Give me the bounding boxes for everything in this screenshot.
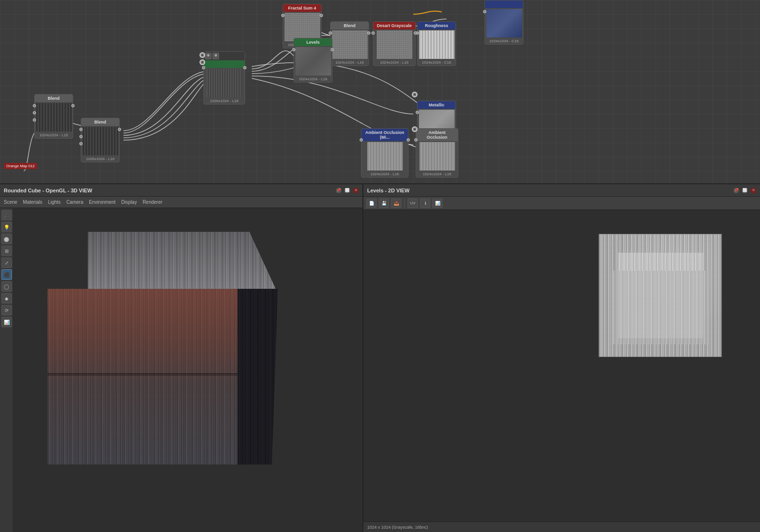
node-dot-out[interactable] <box>243 66 247 69</box>
menu-materials[interactable]: Materials <box>23 200 42 205</box>
toolbar-chart[interactable]: 📊 <box>432 199 443 208</box>
view2d-maximize-button[interactable]: ⬜ <box>742 188 748 193</box>
menu-environment[interactable]: Environment <box>89 200 115 205</box>
node-dot[interactable] <box>416 111 419 114</box>
node-dot[interactable] <box>79 128 83 131</box>
close-button[interactable]: ✕ <box>353 188 359 193</box>
toolbar-new[interactable]: 📄 <box>366 199 377 208</box>
menu-lights[interactable]: Lights <box>48 200 61 205</box>
bottom-panels: Rounded Cube - OpenGL - 3D VIEW 📌 ⬜ ✕ Sc… <box>0 184 760 532</box>
node-blend-left2-preview <box>83 127 118 155</box>
scale-tool[interactable]: ⤢ <box>1 257 12 268</box>
menu-camera[interactable]: Camera <box>66 200 84 205</box>
sphere2-tool[interactable]: ◯ <box>1 281 12 292</box>
node-dot3[interactable] <box>33 118 36 122</box>
node-ao-right-header: Ambient Occlusion <box>416 129 458 141</box>
view-3d-menu: Scene Materials Lights Camera Environmen… <box>0 197 362 208</box>
view-2d-toolbar: 📄 💾 📤 UV ℹ 📊 <box>363 197 760 210</box>
node-dot-out[interactable] <box>331 48 334 51</box>
node-blend-center-preview <box>207 69 242 97</box>
maximize-button[interactable]: ⬜ <box>344 188 350 193</box>
node-dot[interactable] <box>371 31 375 35</box>
view-2d-status: 1024 x 1024 (Grayscale, 16bnc) <box>363 522 760 532</box>
view-3d-header: Rounded Cube - OpenGL - 3D VIEW 📌 ⬜ ✕ <box>0 184 362 197</box>
node-blend-left2-header: Blend <box>81 118 119 126</box>
node-dot2[interactable] <box>79 135 83 138</box>
transform-tool[interactable]: ⟳ <box>1 305 12 315</box>
menu-renderer[interactable]: Renderer <box>142 200 162 205</box>
sphere-tool[interactable]: ⬤ <box>1 234 12 244</box>
node-blend-center[interactable]: ⊕ ⊗ 1026x1024 - L16 <box>203 51 245 104</box>
node-metallic-header: Metallic <box>418 101 456 109</box>
node-dot[interactable] <box>414 138 418 142</box>
node-blend-top-header: Blend <box>331 22 369 29</box>
node-dot-out[interactable] <box>414 31 417 35</box>
cube-face-front <box>48 289 238 465</box>
node-roughness-preview <box>419 30 455 59</box>
node-ao-right[interactable]: Ambient Occlusion 1024x1024 - L16 <box>416 128 458 178</box>
error-label: Orange Map 012 <box>4 163 37 169</box>
view-2d: Levels - 2D VIEW 📌 ⬜ ✕ 📄 💾 📤 UV ℹ 📊 1024… <box>363 184 760 532</box>
menu-scene[interactable]: Scene <box>4 200 17 205</box>
node-ao-left-header: Ambient Occlusion (Mi... <box>361 129 408 141</box>
chart-tool[interactable]: 📊 <box>1 317 12 327</box>
cube-face-right <box>238 289 278 465</box>
node-blend-left1[interactable]: Blend 1024x1024 - L16 <box>34 94 73 139</box>
node-roughness[interactable]: Roughness 1024x1024 - C16 <box>417 21 456 66</box>
menu-display[interactable]: Display <box>121 200 137 205</box>
toolbar-save[interactable]: 💾 <box>379 199 389 208</box>
node-desaturate[interactable]: Desart Grayscale 1024x1024 - L16 <box>373 21 416 66</box>
3d-cube-object <box>48 232 285 469</box>
node-dot-out[interactable] <box>320 14 323 17</box>
view-3d-title: Rounded Cube - OpenGL - 3D VIEW <box>4 188 333 193</box>
node-icons-row: ⊕ ⊗ <box>204 52 245 60</box>
toolbar-uv[interactable]: UV <box>408 199 418 208</box>
node-dot-in[interactable] <box>483 10 486 13</box>
node-fractal-preview <box>285 13 320 41</box>
node-dot-out[interactable] <box>118 128 121 131</box>
node-blend-left1-preview <box>36 103 72 132</box>
node-blend-left2[interactable]: Blend 1026x1024 - L16 <box>81 118 120 162</box>
view-2d-title: Levels - 2D VIEW <box>367 188 731 193</box>
node-dot[interactable] <box>292 48 295 51</box>
node-dot-out[interactable] <box>407 138 410 142</box>
node-dot[interactable] <box>281 14 285 17</box>
levels-inner-preview <box>618 253 703 339</box>
view2d-pin-button[interactable]: 📌 <box>733 188 739 193</box>
node-dot[interactable] <box>202 66 205 69</box>
node-desat-header: Desart Grayscale <box>373 22 415 29</box>
levels-texture-preview <box>598 234 722 357</box>
node-dot[interactable] <box>360 138 363 142</box>
connector-blend2[interactable] <box>200 59 205 65</box>
node-top-blue[interactable]: 1024x1034 - C16 <box>484 0 523 45</box>
node-top-blue-preview <box>486 9 522 38</box>
toolbar-info[interactable]: ℹ <box>420 199 430 208</box>
node-dot2[interactable] <box>33 111 36 114</box>
node-blend-top-preview <box>332 30 368 59</box>
node-editor: Fractal Sum 4 1024x1024 - L16 Roughness … <box>0 0 760 184</box>
connector-ao[interactable] <box>412 126 418 132</box>
pin-button[interactable]: 📌 <box>336 188 342 193</box>
node-ao-left[interactable]: Ambient Occlusion (Mi... 1024x1024 - L16 <box>361 128 408 178</box>
toolbar-export[interactable]: 📤 <box>391 199 401 208</box>
grid-tool[interactable]: ⊞ <box>1 246 12 256</box>
node-dot-out[interactable] <box>71 104 75 107</box>
view2d-close-button[interactable]: ✕ <box>750 188 756 193</box>
view-3d: Rounded Cube - OpenGL - 3D VIEW 📌 ⬜ ✕ Sc… <box>0 184 363 532</box>
connector-metallic[interactable] <box>412 92 418 97</box>
light-tool[interactable]: 💡 <box>1 222 12 232</box>
node-dot3[interactable] <box>79 142 83 145</box>
cube-tool[interactable]: ⬛ <box>1 269 12 280</box>
view-3d-content: 🎥 💡 ⬤ ⊞ ⤢ ⬛ ◯ ◆ ⟳ 📊 <box>0 208 362 532</box>
node-dot[interactable] <box>329 31 332 35</box>
node-dot-out[interactable] <box>367 31 370 35</box>
camera-tool[interactable]: 🎥 <box>1 210 12 220</box>
diamond-tool[interactable]: ◆ <box>1 293 12 304</box>
node-levels[interactable]: Levels 1024x1024 - L16 <box>294 38 332 83</box>
node-desat-preview <box>377 30 412 59</box>
node-levels-preview <box>295 47 331 76</box>
node-blend-top[interactable]: Blend 1024x1024 - L16 <box>330 21 369 66</box>
connector-blend[interactable] <box>200 52 205 58</box>
view-2d-header: Levels - 2D VIEW 📌 ⬜ ✕ <box>363 184 760 197</box>
node-dot[interactable] <box>33 104 36 107</box>
